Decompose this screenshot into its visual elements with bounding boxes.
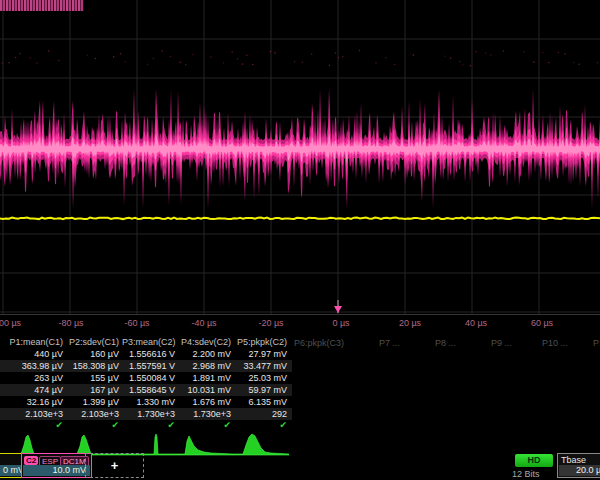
measurement-value: 33.477 mV (234, 360, 290, 372)
param-header-unused[interactable]: P6:pkpk(C3) (288, 337, 344, 349)
measurement-value: 2.103e+3 (66, 408, 122, 420)
measurement-value-row: 32.16 µV1.399 µV1.330 mV1.676 mV6.135 mV (0, 396, 292, 408)
param-header-unused[interactable]: P7 ... (368, 337, 400, 349)
graticule-and-traces (0, 0, 600, 336)
measurement-value: 1.550084 V (122, 372, 178, 384)
status-check-icon: ✔ (234, 420, 290, 431)
measurement-value: 1.676 mV (178, 396, 234, 408)
add-trace-button[interactable]: + (85, 453, 144, 478)
measurement-value: 10.031 mV (178, 384, 234, 396)
c2-vertical-scale: 10.0 mV (23, 465, 90, 476)
param-header[interactable]: P4:sdev(C2) (178, 336, 234, 348)
measurement-value: 158.308 µV (66, 360, 122, 372)
timebase-value: 20.0 µ (559, 465, 600, 476)
measurement-value: 1.399 µV (66, 396, 122, 408)
axis-tick-label: 20 µs (399, 318, 421, 328)
param-header[interactable]: P2:sdev(C1) (66, 336, 122, 348)
hd-mode-badge[interactable]: HD (515, 454, 553, 467)
measurement-value: 1.557591 V (122, 360, 178, 372)
measurement-value: 155 µV (66, 372, 122, 384)
measurement-value: 474 µV (0, 384, 66, 396)
measurement-value: 1.730e+3 (122, 408, 178, 420)
param-header[interactable]: P1:mean(C1) (0, 336, 66, 348)
axis-tick-label: 40 µs (465, 318, 487, 328)
axis-tick-label: -20 µs (258, 318, 283, 328)
measurement-value: 2.968 mV (178, 360, 234, 372)
timebase-label: Tbase (561, 455, 586, 465)
status-check-icon: ✔ (0, 420, 66, 431)
channel-c2-descriptor[interactable]: C2 ESP DC1M 10.0 mV (21, 453, 92, 478)
measurement-value-row: 2.103e+32.103e+31.730e+31.730e+3292 (0, 408, 292, 420)
measurement-value: 59.97 mV (234, 384, 290, 396)
axis-tick-label: -40 µs (191, 318, 216, 328)
axis-tick-label: 00 µs (0, 318, 21, 328)
timebase-descriptor[interactable]: Tbase 20.0 µ (557, 453, 600, 478)
status-check-icon: ✔ (66, 420, 122, 431)
measurement-table: P1:mean(C1)P2:sdev(C1)P3:mean(C2)P4:sdev… (0, 336, 292, 431)
param-header-unused[interactable]: P8 ... (424, 337, 456, 349)
axis-tick-label: 60 µs (531, 318, 553, 328)
measurement-value-row: 263 µV155 µV1.550084 V1.891 mV25.03 mV (0, 372, 292, 384)
measurement-value: 2.103e+3 (0, 408, 66, 420)
param-header-unused[interactable]: P9 ... (480, 337, 512, 349)
axis-tick-label: 0 µs (332, 318, 349, 328)
measurement-value: 25.03 mV (234, 372, 290, 384)
measurement-value: 32.16 µV (0, 396, 66, 408)
measurement-value: 167 µV (66, 384, 122, 396)
unreadable-pink-label-fragment (0, 0, 84, 11)
measurement-value-row: 440 µV160 µV1.556616 V2.200 mV27.97 mV (0, 348, 292, 360)
histicon-p4[interactable] (177, 432, 233, 457)
measurement-value: 27.97 mV (234, 348, 290, 360)
oscilloscope-screen: 00 µs-80 µs-60 µs-40 µs-20 µs0 µs20 µs40… (0, 0, 600, 480)
status-check-icon: ✔ (122, 420, 178, 431)
status-check-icon: ✔ (178, 420, 234, 431)
measurement-status-row: ✔✔✔✔✔ (0, 420, 292, 431)
measurement-value: 263 µV (0, 372, 66, 384)
axis-tick-label: -80 µs (58, 318, 83, 328)
param-header-unused[interactable]: P1 (590, 337, 600, 349)
measurement-value: 2.200 mV (178, 348, 234, 360)
measurement-value-row: 474 µV167 µV1.558645 V10.031 mV59.97 mV (0, 384, 292, 396)
measurement-value-row: 363.98 µV158.308 µV1.557591 V2.968 mV33.… (0, 360, 292, 372)
measurement-value: 160 µV (66, 348, 122, 360)
plus-icon: + (111, 458, 119, 473)
axis-tick-label: -60 µs (124, 318, 149, 328)
c2-label-badge: C2 (24, 456, 38, 465)
measurement-value: 1.556616 V (122, 348, 178, 360)
hd-bits-label: 12 Bits (512, 469, 540, 479)
measurement-value: 363.98 µV (0, 360, 66, 372)
param-header-unused[interactable]: P10 ... (532, 337, 568, 349)
measurement-value: 1.891 mV (178, 372, 234, 384)
param-header[interactable]: P3:mean(C2) (122, 336, 178, 348)
histicon-p5[interactable] (233, 432, 289, 457)
measurement-value: 1.730e+3 (178, 408, 234, 420)
param-header[interactable]: P5:pkpk(C2) (234, 336, 290, 348)
measurement-value: 440 µV (0, 348, 66, 360)
measurement-value: 292 (234, 408, 290, 420)
measurement-value: 1.330 mV (122, 396, 178, 408)
measurement-value: 1.558645 V (122, 384, 178, 396)
measurement-value: 6.135 mV (234, 396, 290, 408)
measurement-header-row: P1:mean(C1)P2:sdev(C1)P3:mean(C2)P4:sdev… (0, 336, 292, 348)
